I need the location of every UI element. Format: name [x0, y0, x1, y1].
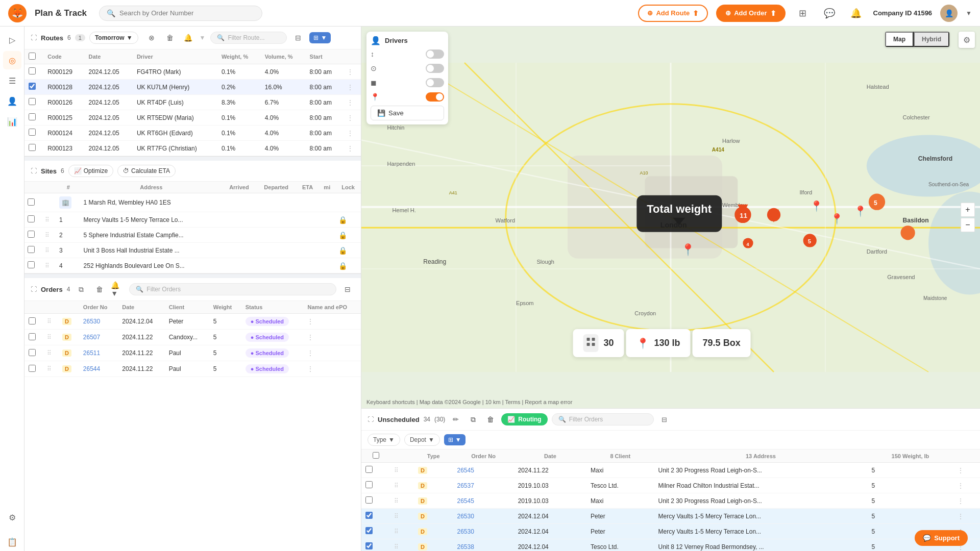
unscheduled-copy-button[interactable]: ⧉: [467, 413, 480, 426]
unsched-select-all[interactable]: [373, 452, 379, 459]
user-avatar[interactable]: 👤: [940, 5, 958, 22]
delete-icon[interactable]: 🗑: [163, 31, 177, 45]
drag-handle[interactable]: ⠿: [45, 232, 50, 239]
unscheduled-grid-toggle[interactable]: ⊞ ▼: [444, 434, 465, 445]
orders-delete-icon[interactable]: 🗑: [92, 282, 107, 296]
hybrid-view-button[interactable]: Hybrid: [914, 32, 949, 47]
map-settings-button[interactable]: ⚙: [959, 32, 975, 48]
dropdown-arrow[interactable]: ▼: [966, 10, 972, 17]
optimize-button[interactable]: 📈 Optimize: [68, 165, 113, 177]
pins-toggle[interactable]: [426, 92, 444, 102]
lock-icon[interactable]: 🔒: [338, 246, 347, 255]
lock-icon[interactable]: 🔒: [338, 231, 347, 239]
site-checkbox[interactable]: [28, 215, 35, 222]
unscheduled-filter-icon-button[interactable]: ⊟: [658, 413, 671, 426]
notifications-button[interactable]: 🔔: [847, 4, 865, 22]
row-more-button[interactable]: ⋮: [347, 99, 353, 106]
save-button[interactable]: 💾 Save: [371, 106, 444, 120]
map-area[interactable]: Hitchin Halstead Colchester Harpenden Ch…: [361, 27, 980, 408]
lock-icon[interactable]: 🔒: [338, 216, 347, 224]
routing-button[interactable]: 📈 Routing: [501, 413, 547, 425]
order-number-link[interactable]: 26530: [83, 318, 100, 325]
unsched-order-link[interactable]: 26530: [457, 528, 474, 535]
drag-handle[interactable]: ⠿: [47, 334, 52, 341]
lock-icon[interactable]: 🔒: [338, 262, 347, 270]
row-more-button[interactable]: ⋮: [347, 114, 353, 121]
calc-eta-button[interactable]: ⏱ Calculate ETA: [117, 165, 176, 177]
order-more-button[interactable]: ⋮: [307, 318, 313, 325]
drag-handle[interactable]: ⠿: [394, 528, 399, 535]
orders-filter-input[interactable]: 🔍 Filter Orders: [129, 283, 336, 295]
zoom-in-button[interactable]: +: [961, 203, 975, 217]
map-view-button[interactable]: Map: [885, 32, 914, 47]
order-more-button[interactable]: ⋮: [307, 334, 313, 341]
drag-handle[interactable]: ⠿: [45, 247, 50, 254]
add-route-button[interactable]: ⊕ Add Route ⬆: [638, 5, 708, 22]
stops-toggle[interactable]: [426, 64, 444, 73]
support-button[interactable]: 💬 Support: [915, 530, 968, 546]
unscheduled-filter-input[interactable]: 🔍 Filter Orders: [552, 413, 654, 425]
site-checkbox[interactable]: [28, 198, 35, 206]
sidebar-item-reports[interactable]: 📊: [3, 112, 21, 131]
route-filter-icon[interactable]: ⊟: [291, 31, 305, 45]
drag-handle[interactable]: ⠿: [394, 467, 399, 474]
orders-advanced-filter[interactable]: ⊟: [340, 282, 355, 296]
grid-toggle-button[interactable]: ⊞ ▼: [309, 32, 331, 43]
orders-expand-icon[interactable]: ⛶: [31, 286, 37, 293]
drag-handle[interactable]: ⠿: [394, 482, 399, 489]
depot-filter-dropdown[interactable]: Depot ▼: [404, 434, 440, 446]
row-more-button[interactable]: ⋮: [347, 84, 353, 91]
order-number-link[interactable]: 26511: [83, 349, 100, 357]
row-checkbox[interactable]: [29, 144, 36, 151]
site-checkbox[interactable]: [28, 261, 35, 268]
unsched-order-link[interactable]: 26530: [457, 513, 474, 520]
drag-handle[interactable]: ⠿: [394, 513, 399, 520]
order-more-button[interactable]: ⋮: [307, 365, 313, 372]
unsched-more-button[interactable]: ⋮: [958, 467, 964, 474]
unsched-row-checkbox[interactable]: [365, 512, 373, 519]
order-number-link[interactable]: 26544: [83, 365, 100, 372]
unscheduled-delete-button[interactable]: 🗑: [484, 413, 497, 426]
unsched-order-link[interactable]: 26545: [457, 497, 474, 505]
row-checkbox[interactable]: [29, 113, 36, 120]
row-checkbox[interactable]: [29, 83, 36, 90]
unsched-row-checkbox[interactable]: [365, 481, 373, 488]
date-picker[interactable]: Tomorrow ▼: [89, 32, 138, 44]
unsched-order-link[interactable]: 26538: [457, 543, 474, 550]
grid-view-button[interactable]: ⊞: [794, 4, 812, 22]
sidebar-item-routes[interactable]: ◎: [3, 51, 21, 69]
order-number-link[interactable]: 26507: [83, 334, 100, 341]
row-more-button[interactable]: ⋮: [347, 130, 353, 137]
search-bar[interactable]: 🔍: [99, 6, 262, 21]
order-checkbox[interactable]: [29, 365, 36, 372]
sidebar-item-settings[interactable]: ⚙: [3, 508, 21, 527]
row-more-button[interactable]: ⋮: [347, 145, 353, 152]
routes-toggle[interactable]: [426, 49, 444, 59]
order-more-button[interactable]: ⋮: [307, 349, 313, 357]
unsched-row-checkbox[interactable]: [365, 466, 373, 473]
drag-handle[interactable]: ⠿: [47, 349, 52, 357]
drag-handle[interactable]: ⠿: [45, 216, 50, 223]
sidebar-item-users[interactable]: 👤: [3, 92, 21, 110]
drag-handle[interactable]: ⠿: [47, 365, 52, 372]
drag-handle[interactable]: ⠿: [394, 497, 399, 505]
unsched-more-button[interactable]: ⋮: [958, 482, 964, 489]
row-checkbox[interactable]: [29, 129, 36, 136]
add-order-button[interactable]: ⊕ Add Order ⬆: [716, 5, 785, 22]
unscheduled-expand-icon[interactable]: ⛶: [368, 416, 374, 423]
row-more-button[interactable]: ⋮: [347, 68, 353, 76]
site-checkbox[interactable]: [28, 231, 35, 238]
zoom-out-button[interactable]: −: [961, 218, 975, 232]
site-checkbox[interactable]: [28, 246, 35, 253]
unsched-row-checkbox[interactable]: [365, 542, 373, 549]
orders-copy-icon[interactable]: ⧉: [74, 282, 88, 296]
order-checkbox[interactable]: [29, 317, 36, 324]
unsched-order-link[interactable]: 26545: [457, 467, 474, 474]
location-toggle[interactable]: [426, 78, 444, 87]
bell-icon[interactable]: 🔔: [181, 31, 195, 45]
drag-handle[interactable]: ⠿: [45, 262, 50, 269]
order-checkbox[interactable]: [29, 333, 36, 340]
sidebar-item-tasks[interactable]: 📋: [3, 533, 21, 551]
order-checkbox[interactable]: [29, 349, 36, 356]
messages-button[interactable]: 💬: [820, 4, 839, 22]
